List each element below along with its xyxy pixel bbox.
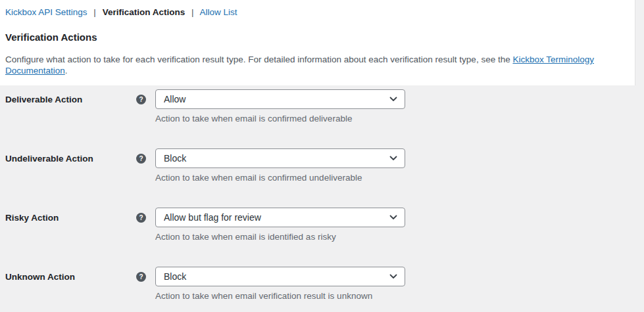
deliverable-action-label: Deliverable Action [5, 89, 136, 105]
undeliverable-action-description: Action to take when email is confirmed u… [155, 173, 405, 183]
tab-verification-actions[interactable]: Verification Actions [103, 7, 186, 17]
deliverable-action-row: Deliverable Action ? Allow Action to tak… [5, 89, 639, 124]
undeliverable-action-select[interactable]: Block [155, 148, 405, 168]
unknown-action-label: Unknown Action [5, 267, 136, 282]
unknown-action-select[interactable]: Block [155, 267, 405, 286]
undeliverable-action-selected-value: Block [164, 153, 384, 164]
risky-action-select[interactable]: Allow but flag for review [155, 208, 405, 227]
undeliverable-action-row: Undeliverable Action ? Block Action to t… [5, 148, 639, 183]
deliverable-action-description: Action to take when email is confirmed d… [155, 114, 405, 124]
risky-action-selected-value: Allow but flag for review [164, 212, 384, 223]
chevron-down-icon [389, 274, 397, 279]
unknown-action-selected-value: Block [164, 271, 384, 282]
chevron-down-icon [389, 156, 397, 161]
deliverable-action-select[interactable]: Allow [155, 89, 405, 109]
help-icon[interactable]: ? [136, 95, 146, 104]
risky-action-label: Risky Action [5, 208, 136, 223]
settings-tab-bar: Kickbox API Settings | Verification Acti… [5, 7, 630, 18]
tab-separator: | [93, 7, 96, 17]
page-description-period: . [65, 66, 68, 76]
deliverable-action-selected-value: Allow [164, 94, 384, 104]
page-description: Configure what action to take for each v… [5, 54, 630, 76]
risky-action-description: Action to take when email is identified … [155, 232, 405, 242]
unknown-action-description: Action to take when email verification r… [155, 291, 405, 301]
tab-kickbox-api-settings[interactable]: Kickbox API Settings [5, 7, 87, 17]
chevron-down-icon [389, 97, 397, 102]
undeliverable-action-label: Undeliverable Action [5, 148, 136, 164]
page-title: Verification Actions [5, 32, 630, 43]
verification-actions-form: Deliverable Action ? Allow Action to tak… [0, 85, 644, 301]
settings-header-panel: Kickbox API Settings | Verification Acti… [0, 0, 635, 85]
chevron-down-icon [389, 215, 397, 220]
unknown-action-row: Unknown Action ? Block Action to take wh… [5, 267, 639, 301]
tab-separator: | [191, 7, 194, 17]
page-description-text: Configure what action to take for each v… [5, 55, 512, 64]
help-icon[interactable]: ? [136, 272, 146, 282]
risky-action-row: Risky Action ? Allow but flag for review… [5, 208, 639, 242]
help-icon[interactable]: ? [136, 213, 146, 223]
tab-allow-list[interactable]: Allow List [199, 7, 237, 17]
help-icon[interactable]: ? [136, 154, 146, 164]
